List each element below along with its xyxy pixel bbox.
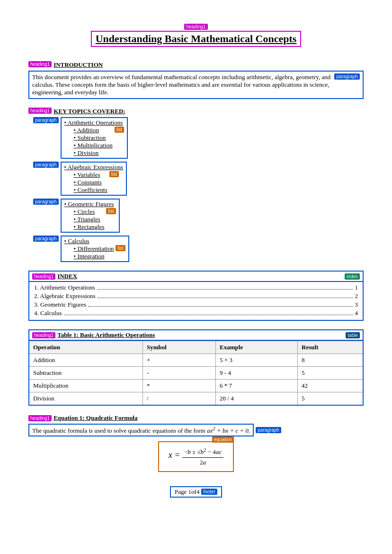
cell-example: 6 * 7 <box>216 380 298 392</box>
eq-tag: equation <box>212 436 234 443</box>
index-label-3: 3. Geometric Figures <box>34 301 86 309</box>
topic3-label: • Geometric Figures <box>64 200 116 208</box>
key-topics-heading: KEY TOPICS COVERED: <box>53 108 125 115</box>
index-label-4: 4. Calculus <box>34 309 62 317</box>
index-num-1: 1 <box>355 284 358 291</box>
index-dots-1 <box>97 289 353 290</box>
key-topics-header: heading1 KEY TOPICS COVERED: <box>28 108 364 115</box>
footer-box: Page 1of4 footer <box>170 486 222 498</box>
introduction-heading: INTRODUCTION <box>53 61 103 69</box>
footer-text: Page 1of4 <box>175 488 199 496</box>
table-tag: table <box>346 332 360 338</box>
list-item: Addition <box>74 127 113 134</box>
eq-header-row: heading1 Equation 1: Quadratic Formula <box>28 414 364 422</box>
eq-para-row: The quadratic formula is used to solve q… <box>28 424 364 436</box>
col-example: Example <box>216 341 298 354</box>
equation-section: heading1 Equation 1: Quadratic Formula T… <box>28 414 364 472</box>
topic2-para-tag: paragraph <box>33 162 59 168</box>
footer-section: Page 1of4 footer <box>28 486 364 498</box>
col-operation: Operation <box>29 341 143 354</box>
topic4-list-tag: list <box>116 245 125 251</box>
topic3-para-tag: paragraph <box>33 199 59 205</box>
eq-heading: Equation 1: Quadratic Formula <box>53 414 137 422</box>
index-dots-4 <box>64 315 353 315</box>
cell-operation: Subtraction <box>29 367 143 380</box>
index-entry-3: 3. Geometric Figures 3 <box>34 301 358 309</box>
list-item: Triangles <box>74 216 105 223</box>
index-dots-2 <box>98 298 353 298</box>
topic4-label: • Calculus <box>64 237 125 245</box>
eq-box: x = −b ± √b2 − 4ac 2a equation <box>158 441 234 472</box>
table-header-row: Operation Symbol Example Result <box>29 341 363 354</box>
eq-para-tag: paragraph <box>256 427 281 433</box>
table-row: Multiplication * 6 * 7 42 <box>29 380 363 392</box>
list-item: Rectangles <box>74 223 105 231</box>
index-label-1: 1. Arithmetic Operations <box>34 284 95 291</box>
eq-heading-tag: heading1 <box>28 415 52 421</box>
cell-operation: Division <box>29 392 143 406</box>
introduction-text: This document provides an overview of fu… <box>32 73 332 96</box>
index-entry-2: 2. Algebraic Expressions 2 <box>34 292 358 300</box>
cell-result: 5 <box>298 392 363 406</box>
cell-symbol: - <box>143 367 215 380</box>
table-header: heading1 Table 1: Basic Arithmetic Opera… <box>28 329 364 341</box>
index-num-4: 4 <box>355 309 358 317</box>
introduction-paragraph: This document provides an overview of fu… <box>28 71 364 99</box>
topic1-container: • Arithmetic Operations Addition Subtrac… <box>61 117 128 159</box>
title-heading-tag: heading1 <box>184 24 207 30</box>
topic2-container: • Algebraic Expressions Variables Consta… <box>61 162 127 196</box>
topic1-label: • Arithmetic Operations <box>64 119 124 127</box>
eq-lhs: x = <box>169 450 182 460</box>
title-section: heading1 Understanding Basic Mathematica… <box>28 24 364 47</box>
table-heading-tag: heading1 <box>32 332 55 338</box>
topic4-para-tag: paragraph <box>33 236 59 242</box>
cell-example: 5 + 3 <box>216 354 298 367</box>
table-row: Division / 20 / 4 5 <box>29 392 363 406</box>
index-heading-tag: heading1 <box>32 273 55 280</box>
eq-para-box: The quadratic formula is used to solve q… <box>28 424 254 436</box>
list-item: Multiplication <box>74 142 113 149</box>
topic-arithmetic: paragraph • Arithmetic Operations Additi… <box>33 117 364 159</box>
index-entry-4: 4. Calculus 4 <box>34 309 358 317</box>
topic2-list-tag: list <box>109 171 119 177</box>
cell-result: 5 <box>298 367 363 380</box>
topic3-list-tag: list <box>106 208 116 214</box>
topic3-container: • Geometric Figures Circles Triangles Re… <box>61 199 120 233</box>
cell-symbol: * <box>143 380 215 392</box>
col-result: Result <box>298 341 363 354</box>
eq-numerator: −b ± √b2 − 4ac <box>182 447 223 457</box>
list-item: Variables <box>74 171 107 179</box>
eq-math-inline: ax2 + bx + c = 0. <box>207 427 250 434</box>
cell-result: 8 <box>298 354 363 367</box>
topic2-label: • Algebraic Expressions <box>64 163 123 171</box>
topic-calculus: paragraph • Calculus Differentiation Int… <box>33 236 364 262</box>
index-dots-3 <box>88 306 353 307</box>
table-row: Subtraction - 9 - 4 5 <box>29 367 363 380</box>
col-symbol: Symbol <box>143 341 215 354</box>
introduction-header: heading1 INTRODUCTION <box>28 61 364 69</box>
list-item: Division <box>74 149 113 157</box>
cell-symbol: + <box>143 354 215 367</box>
index-label-2: 2. Algebraic Expressions <box>34 292 96 300</box>
data-table: Operation Symbol Example Result Addition… <box>28 341 364 406</box>
list-item: Differentiation <box>74 245 114 253</box>
index-heading: INDEX <box>57 272 77 280</box>
topic3-list: Circles Triangles Rectangles <box>74 208 105 231</box>
topic1-para-tag: paragraph <box>33 117 59 123</box>
index-num-2: 2 <box>355 292 358 300</box>
cell-result: 42 <box>298 380 363 392</box>
cell-example: 20 / 4 <box>216 392 298 406</box>
topic1-list: Addition Subtraction Multiplication Divi… <box>74 127 113 157</box>
index-header: heading1 INDEX index <box>28 271 364 282</box>
topic1-list-tag: list <box>115 127 124 133</box>
cell-operation: Addition <box>29 354 143 367</box>
eq-container: x = −b ± √b2 − 4ac 2a equation <box>28 441 364 472</box>
topic2-list: Variables Constants Coefficients <box>74 171 107 194</box>
table-section: heading1 Table 1: Basic Arithmetic Opera… <box>28 329 364 406</box>
index-tag: index <box>345 273 360 280</box>
page: heading1 Understanding Basic Mathematica… <box>0 0 392 554</box>
eq-fraction: −b ± √b2 − 4ac 2a <box>182 447 223 466</box>
eq-para-text: The quadratic formula is used to solve q… <box>32 427 205 434</box>
list-item: Integration <box>74 253 114 260</box>
main-title: Understanding Basic Mathematical Concept… <box>91 31 302 47</box>
